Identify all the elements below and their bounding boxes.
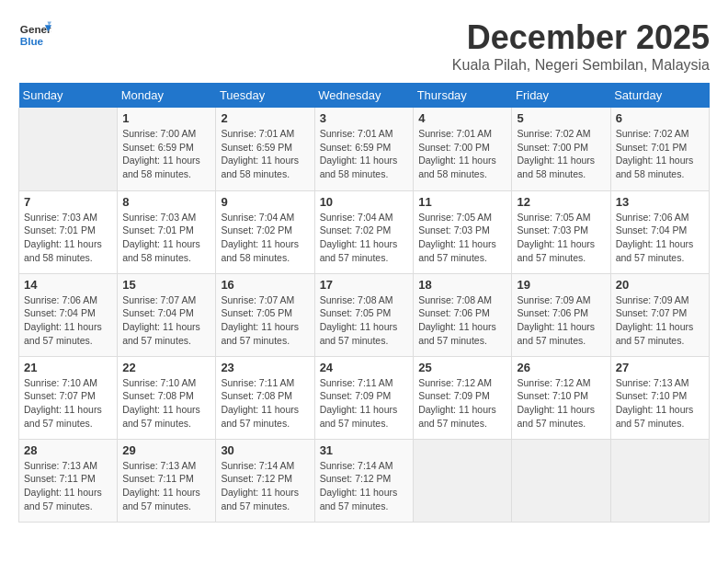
day-number: 22 bbox=[122, 361, 210, 374]
calendar-cell: 28Sunrise: 7:13 AM Sunset: 7:11 PM Dayli… bbox=[19, 439, 118, 522]
day-number: 14 bbox=[24, 278, 112, 292]
day-info: Sunrise: 7:03 AM Sunset: 7:01 PM Dayligh… bbox=[122, 211, 210, 265]
calendar-cell: 22Sunrise: 7:10 AM Sunset: 7:08 PM Dayli… bbox=[118, 356, 216, 439]
day-number: 8 bbox=[122, 195, 210, 209]
day-info: Sunrise: 7:14 AM Sunset: 7:12 PM Dayligh… bbox=[320, 459, 409, 513]
day-number: 9 bbox=[221, 195, 309, 209]
day-info: Sunrise: 7:01 AM Sunset: 7:00 PM Dayligh… bbox=[418, 127, 506, 181]
day-info: Sunrise: 7:02 AM Sunset: 7:00 PM Dayligh… bbox=[517, 127, 605, 181]
header-wednesday: Wednesday bbox=[314, 83, 414, 108]
logo: General Blue bbox=[18, 18, 51, 52]
day-number: 25 bbox=[418, 361, 506, 374]
day-number: 6 bbox=[616, 111, 704, 125]
day-number: 28 bbox=[24, 443, 112, 457]
header-sunday: Sunday bbox=[19, 83, 118, 108]
calendar-cell: 23Sunrise: 7:11 AM Sunset: 7:08 PM Dayli… bbox=[216, 356, 314, 439]
day-number: 2 bbox=[221, 111, 309, 125]
day-info: Sunrise: 7:05 AM Sunset: 7:03 PM Dayligh… bbox=[418, 211, 506, 265]
calendar-cell: 20Sunrise: 7:09 AM Sunset: 7:07 PM Dayli… bbox=[610, 273, 709, 356]
svg-text:General: General bbox=[20, 23, 51, 35]
day-info: Sunrise: 7:06 AM Sunset: 7:04 PM Dayligh… bbox=[24, 293, 112, 348]
day-number: 24 bbox=[320, 361, 409, 374]
day-info: Sunrise: 7:10 AM Sunset: 7:07 PM Dayligh… bbox=[24, 376, 112, 431]
month-title: December 2025 bbox=[452, 18, 710, 57]
header-saturday: Saturday bbox=[610, 83, 709, 108]
day-number: 26 bbox=[517, 361, 605, 374]
day-number: 31 bbox=[320, 443, 409, 457]
day-info: Sunrise: 7:09 AM Sunset: 7:07 PM Dayligh… bbox=[616, 293, 704, 348]
day-number: 29 bbox=[122, 443, 210, 457]
day-info: Sunrise: 7:05 AM Sunset: 7:03 PM Dayligh… bbox=[517, 211, 605, 265]
calendar-cell: 17Sunrise: 7:08 AM Sunset: 7:05 PM Dayli… bbox=[314, 273, 414, 356]
title-block: December 2025 Kuala Pilah, Negeri Sembil… bbox=[452, 18, 710, 74]
day-number: 4 bbox=[418, 111, 506, 125]
day-info: Sunrise: 7:02 AM Sunset: 7:01 PM Dayligh… bbox=[616, 127, 704, 181]
day-number: 21 bbox=[24, 361, 112, 374]
day-info: Sunrise: 7:07 AM Sunset: 7:04 PM Dayligh… bbox=[122, 293, 210, 348]
day-number: 18 bbox=[418, 278, 506, 292]
day-number: 11 bbox=[418, 195, 506, 209]
day-info: Sunrise: 7:00 AM Sunset: 6:59 PM Dayligh… bbox=[122, 127, 210, 181]
day-info: Sunrise: 7:09 AM Sunset: 7:06 PM Dayligh… bbox=[517, 293, 605, 348]
calendar-cell: 26Sunrise: 7:12 AM Sunset: 7:10 PM Dayli… bbox=[512, 356, 610, 439]
header-friday: Friday bbox=[512, 83, 610, 108]
day-info: Sunrise: 7:08 AM Sunset: 7:05 PM Dayligh… bbox=[320, 293, 409, 348]
location: Kuala Pilah, Negeri Sembilan, Malaysia bbox=[452, 57, 710, 74]
calendar-cell bbox=[414, 439, 512, 522]
day-number: 12 bbox=[517, 195, 605, 209]
calendar-cell: 7Sunrise: 7:03 AM Sunset: 7:01 PM Daylig… bbox=[19, 190, 118, 273]
day-number: 5 bbox=[517, 111, 605, 125]
day-info: Sunrise: 7:11 AM Sunset: 7:09 PM Dayligh… bbox=[320, 376, 409, 431]
day-number: 23 bbox=[221, 361, 309, 374]
calendar-week-row: 14Sunrise: 7:06 AM Sunset: 7:04 PM Dayli… bbox=[19, 273, 710, 356]
header-thursday: Thursday bbox=[414, 83, 512, 108]
day-number: 7 bbox=[24, 195, 112, 209]
calendar-table: SundayMondayTuesdayWednesdayThursdayFrid… bbox=[18, 83, 710, 523]
calendar-cell: 30Sunrise: 7:14 AM Sunset: 7:12 PM Dayli… bbox=[216, 439, 314, 522]
calendar-cell: 14Sunrise: 7:06 AM Sunset: 7:04 PM Dayli… bbox=[19, 273, 118, 356]
calendar-week-row: 7Sunrise: 7:03 AM Sunset: 7:01 PM Daylig… bbox=[19, 190, 710, 273]
day-number: 10 bbox=[320, 195, 409, 209]
day-info: Sunrise: 7:13 AM Sunset: 7:11 PM Dayligh… bbox=[122, 459, 210, 513]
calendar-header-row: SundayMondayTuesdayWednesdayThursdayFrid… bbox=[19, 83, 710, 108]
calendar-cell: 29Sunrise: 7:13 AM Sunset: 7:11 PM Dayli… bbox=[118, 439, 216, 522]
calendar-cell bbox=[610, 439, 709, 522]
day-info: Sunrise: 7:13 AM Sunset: 7:10 PM Dayligh… bbox=[616, 376, 704, 431]
calendar-week-row: 21Sunrise: 7:10 AM Sunset: 7:07 PM Dayli… bbox=[19, 356, 710, 439]
day-info: Sunrise: 7:13 AM Sunset: 7:11 PM Dayligh… bbox=[24, 459, 112, 513]
day-info: Sunrise: 7:04 AM Sunset: 7:02 PM Dayligh… bbox=[320, 211, 409, 265]
header-monday: Monday bbox=[118, 83, 216, 108]
day-info: Sunrise: 7:11 AM Sunset: 7:08 PM Dayligh… bbox=[221, 376, 309, 431]
day-info: Sunrise: 7:06 AM Sunset: 7:04 PM Dayligh… bbox=[616, 211, 704, 265]
day-info: Sunrise: 7:08 AM Sunset: 7:06 PM Dayligh… bbox=[418, 293, 506, 348]
day-info: Sunrise: 7:10 AM Sunset: 7:08 PM Dayligh… bbox=[122, 376, 210, 431]
calendar-cell: 15Sunrise: 7:07 AM Sunset: 7:04 PM Dayli… bbox=[118, 273, 216, 356]
day-number: 16 bbox=[221, 278, 309, 292]
calendar-cell: 4Sunrise: 7:01 AM Sunset: 7:00 PM Daylig… bbox=[414, 108, 512, 190]
header-tuesday: Tuesday bbox=[216, 83, 314, 108]
calendar-week-row: 28Sunrise: 7:13 AM Sunset: 7:11 PM Dayli… bbox=[19, 439, 710, 522]
calendar-cell: 5Sunrise: 7:02 AM Sunset: 7:00 PM Daylig… bbox=[512, 108, 610, 190]
calendar-cell: 1Sunrise: 7:00 AM Sunset: 6:59 PM Daylig… bbox=[118, 108, 216, 190]
day-info: Sunrise: 7:12 AM Sunset: 7:09 PM Dayligh… bbox=[418, 376, 506, 431]
calendar-cell: 9Sunrise: 7:04 AM Sunset: 7:02 PM Daylig… bbox=[216, 190, 314, 273]
calendar-cell bbox=[19, 108, 118, 190]
day-info: Sunrise: 7:07 AM Sunset: 7:05 PM Dayligh… bbox=[221, 293, 309, 348]
calendar-cell: 27Sunrise: 7:13 AM Sunset: 7:10 PM Dayli… bbox=[610, 356, 709, 439]
logo-icon: General Blue bbox=[18, 18, 51, 52]
day-number: 17 bbox=[320, 278, 409, 292]
day-number: 13 bbox=[616, 195, 704, 209]
calendar-cell: 3Sunrise: 7:01 AM Sunset: 6:59 PM Daylig… bbox=[314, 108, 414, 190]
calendar-cell: 18Sunrise: 7:08 AM Sunset: 7:06 PM Dayli… bbox=[414, 273, 512, 356]
day-number: 1 bbox=[122, 111, 210, 125]
day-info: Sunrise: 7:01 AM Sunset: 6:59 PM Dayligh… bbox=[221, 127, 309, 181]
day-info: Sunrise: 7:03 AM Sunset: 7:01 PM Dayligh… bbox=[24, 211, 112, 265]
calendar-cell: 21Sunrise: 7:10 AM Sunset: 7:07 PM Dayli… bbox=[19, 356, 118, 439]
calendar-cell: 2Sunrise: 7:01 AM Sunset: 6:59 PM Daylig… bbox=[216, 108, 314, 190]
calendar-cell: 12Sunrise: 7:05 AM Sunset: 7:03 PM Dayli… bbox=[512, 190, 610, 273]
calendar-cell: 11Sunrise: 7:05 AM Sunset: 7:03 PM Dayli… bbox=[414, 190, 512, 273]
calendar-cell: 25Sunrise: 7:12 AM Sunset: 7:09 PM Dayli… bbox=[414, 356, 512, 439]
calendar-cell: 24Sunrise: 7:11 AM Sunset: 7:09 PM Dayli… bbox=[314, 356, 414, 439]
day-info: Sunrise: 7:01 AM Sunset: 6:59 PM Dayligh… bbox=[320, 127, 409, 181]
calendar-cell: 6Sunrise: 7:02 AM Sunset: 7:01 PM Daylig… bbox=[610, 108, 709, 190]
